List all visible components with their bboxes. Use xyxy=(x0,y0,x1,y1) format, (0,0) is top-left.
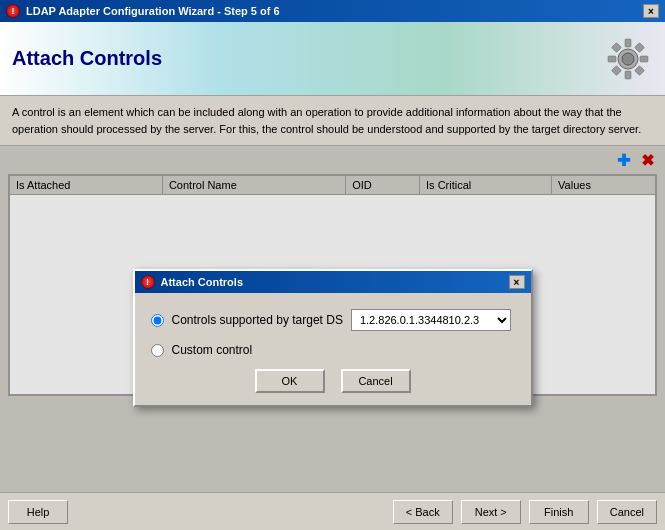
next-button[interactable]: Next > xyxy=(461,500,521,524)
radio-row-1: Controls supported by target DS 1.2.826.… xyxy=(151,309,515,331)
radio-label-controls-supported[interactable]: Controls supported by target DS xyxy=(172,313,343,327)
svg-rect-9 xyxy=(635,65,645,75)
radio-label-custom-control[interactable]: Custom control xyxy=(172,343,253,357)
modal-title-bar: ! Attach Controls × xyxy=(135,271,531,293)
bottom-bar: Help < Back Next > Finish Cancel xyxy=(0,492,665,530)
title-bar-left: ! LDAP Adapter Configuration Wizard - St… xyxy=(6,4,280,18)
header-area: Attach Controls xyxy=(0,22,665,96)
radio-controls-supported[interactable] xyxy=(151,314,164,327)
cancel-button[interactable]: Cancel xyxy=(597,500,657,524)
radio-row-2: Custom control xyxy=(151,343,515,357)
svg-rect-8 xyxy=(612,65,622,75)
modal-button-row: OK Cancel xyxy=(151,369,515,393)
modal-title: Attach Controls xyxy=(161,276,244,288)
svg-rect-3 xyxy=(625,71,631,79)
finish-button[interactable]: Finish xyxy=(529,500,589,524)
app-icon: ! xyxy=(6,4,20,18)
svg-point-1 xyxy=(622,53,634,65)
modal-cancel-button[interactable]: Cancel xyxy=(341,369,411,393)
modal-title-bar-left: ! Attach Controls xyxy=(141,275,244,289)
radio-custom-control[interactable] xyxy=(151,344,164,357)
svg-rect-6 xyxy=(612,42,622,52)
description-text: A control is an element which can be inc… xyxy=(0,96,665,146)
content-area: ✚ ✖ Is Attached Control Name OID Is Crit… xyxy=(0,146,665,530)
svg-rect-2 xyxy=(625,39,631,47)
back-button[interactable]: < Back xyxy=(393,500,453,524)
wizard-gear-icon xyxy=(603,34,653,84)
title-bar: ! LDAP Adapter Configuration Wizard - St… xyxy=(0,0,665,22)
modal-body: Controls supported by target DS 1.2.826.… xyxy=(135,293,531,405)
modal-ok-button[interactable]: OK xyxy=(255,369,325,393)
svg-rect-4 xyxy=(608,56,616,62)
window-close-button[interactable]: × xyxy=(643,4,659,18)
modal-overlay: ! Attach Controls × Controls supported b… xyxy=(0,146,665,530)
page-title: Attach Controls xyxy=(12,47,162,70)
modal-icon: ! xyxy=(141,275,155,289)
modal-close-button[interactable]: × xyxy=(509,275,525,289)
main-window: ! LDAP Adapter Configuration Wizard - St… xyxy=(0,0,665,530)
window-title: LDAP Adapter Configuration Wizard - Step… xyxy=(26,5,280,17)
help-button[interactable]: Help xyxy=(8,500,68,524)
svg-rect-7 xyxy=(635,42,645,52)
attach-controls-dialog: ! Attach Controls × Controls supported b… xyxy=(133,269,533,407)
controls-dropdown[interactable]: 1.2.826.0.1.3344810.2.3 xyxy=(351,309,511,331)
svg-rect-5 xyxy=(640,56,648,62)
